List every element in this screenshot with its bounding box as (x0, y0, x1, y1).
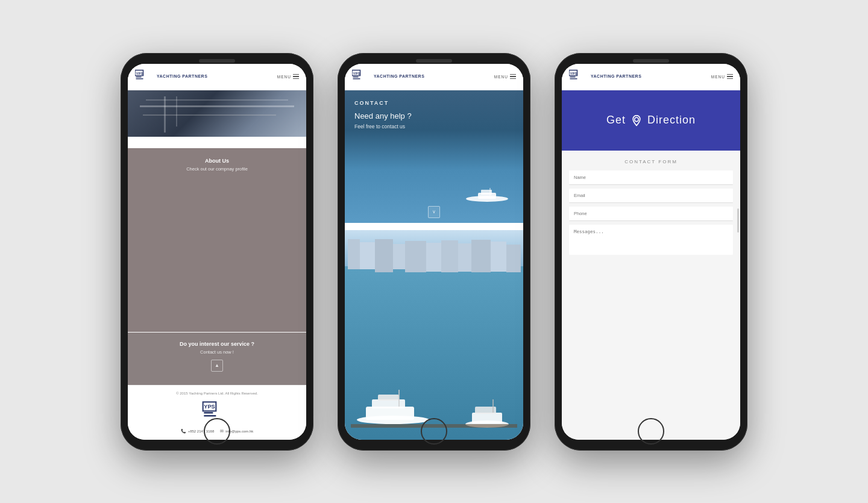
name-input[interactable] (569, 170, 733, 185)
footer-copyright: © 2015 Yachting Partners Ltd. All Rights… (137, 392, 297, 395)
phone-screen-3: YPS YACHTING PARTNERS MENU (562, 64, 740, 440)
service-title: Do you interest our service ? (137, 341, 297, 347)
hero-image-1 (128, 90, 306, 139)
contact-form-section: CONTACT FORM (562, 151, 740, 440)
yps-logo-2: YPS (352, 69, 370, 84)
footer-phone: 📞 +852 2147 3168 (181, 429, 215, 434)
footer-email: ✉ info@yps.com.hk (220, 429, 253, 434)
yps-logo-3: YPS (569, 69, 587, 84)
svg-rect-6 (204, 412, 213, 414)
svg-text:YPS: YPS (204, 404, 215, 410)
about-title: About Us (137, 158, 297, 164)
marina-image (345, 230, 523, 440)
brand-name-2: YACHTING PARTNERS (374, 74, 424, 79)
navbar-3: YPS YACHTING PARTNERS MENU (562, 64, 740, 90)
yacht-silhouette (463, 187, 511, 202)
svg-rect-22 (472, 413, 502, 423)
svg-text:YPS: YPS (136, 72, 143, 75)
menu-button-3[interactable]: MENU (711, 74, 733, 80)
direction-text: Direction (647, 114, 696, 127)
crane-structure (140, 96, 294, 133)
phone-about: YPS YACHTING PARTNERS MENU (121, 53, 313, 451)
boats-dock (351, 386, 517, 428)
contact-form-title: CONTACT FORM (569, 159, 733, 164)
phone-input[interactable] (569, 207, 733, 221)
contact-label: CONTACT (354, 100, 389, 106)
hamburger-icon-3 (727, 74, 733, 80)
email-address: info@yps.com.hk (225, 430, 253, 433)
phone-screen-2: YPS YACHTING PARTNERS MENU (345, 64, 523, 440)
footer-yps-logo: YPS (202, 400, 232, 424)
phone-screen-1: YPS YACHTING PARTNERS MENU (128, 64, 306, 440)
get-text: Get (606, 114, 626, 127)
svg-rect-11 (353, 78, 360, 80)
svg-rect-28 (570, 78, 577, 80)
brand-name-3: YACHTING PARTNERS (591, 74, 641, 79)
logo-area-1: YPS YACHTING PARTNERS (135, 69, 207, 84)
phone-icon: 📞 (181, 429, 186, 434)
about-subtitle: Check out our compnay profile (137, 166, 297, 172)
svg-rect-7 (204, 415, 216, 417)
svg-rect-10 (353, 77, 359, 78)
buildings (345, 239, 523, 287)
email-icon: ✉ (220, 429, 224, 434)
white-separator-1 (128, 139, 306, 148)
svg-rect-17 (366, 407, 414, 420)
svg-rect-2 (136, 77, 142, 78)
phone-direction: YPS YACHTING PARTNERS MENU (555, 53, 747, 451)
large-yacht (354, 389, 432, 425)
service-section: Do you interest our service ? Contact us… (128, 333, 306, 385)
phones-container: YPS YACHTING PARTNERS MENU (96, 29, 772, 475)
up-arrow-container: ▲ (137, 355, 297, 376)
logo-area-3: YPS YACHTING PARTNERS (569, 69, 641, 84)
up-arrow-button[interactable]: ▲ (211, 360, 223, 372)
get-direction-banner[interactable]: Get Direction (562, 90, 740, 151)
logo-area-2: YPS YACHTING PARTNERS (352, 69, 424, 84)
footer-section: © 2015 Yachting Partners Ltd. All Rights… (128, 385, 306, 440)
contact-banner: CONTACT Need any help ? Feel free to con… (345, 90, 523, 223)
location-pin-icon (631, 114, 643, 127)
contact-heading: Need any help ? (354, 111, 412, 120)
second-yacht (463, 398, 511, 428)
down-arrow-button[interactable]: ∨ (428, 206, 440, 218)
menu-button-1[interactable]: MENU (277, 74, 299, 80)
hamburger-icon-1 (293, 74, 299, 80)
navbar-2: YPS YACHTING PARTNERS MENU (345, 64, 523, 90)
about-section: About Us Check out our compnay profile (128, 148, 306, 332)
phone-contact: YPS YACHTING PARTNERS MENU (338, 53, 530, 451)
svg-rect-19 (378, 395, 399, 401)
svg-rect-18 (372, 399, 405, 408)
svg-point-29 (635, 117, 639, 122)
menu-button-2[interactable]: MENU (494, 74, 516, 80)
brand-name-1: YACHTING PARTNERS (157, 74, 207, 79)
svg-rect-27 (570, 77, 576, 78)
footer-logo: YPS (137, 400, 297, 424)
message-textarea[interactable] (569, 225, 733, 255)
svg-text:YPS: YPS (570, 72, 577, 75)
hamburger-icon-2 (510, 74, 516, 80)
contact-subheading: Feel free to contact us (354, 123, 405, 130)
svg-rect-3 (136, 78, 143, 80)
navbar-1: YPS YACHTING PARTNERS MENU (128, 64, 306, 90)
scrollbar (737, 208, 739, 233)
svg-text:YPS: YPS (353, 72, 360, 75)
service-subtitle: Contact us now ! (137, 349, 297, 355)
separator-2 (345, 223, 523, 230)
yps-logo-1: YPS (135, 69, 153, 84)
footer-contact-info: 📞 +852 2147 3168 ✉ info@yps.com.hk (137, 429, 297, 434)
email-input[interactable] (569, 189, 733, 203)
phone-number: +852 2147 3168 (188, 430, 215, 433)
